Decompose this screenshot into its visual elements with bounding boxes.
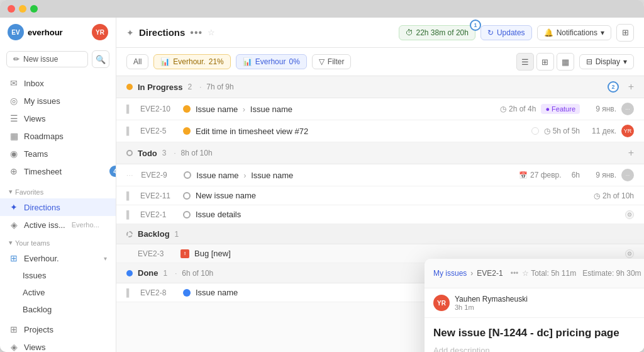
display-chevron-icon: ▾ [623, 57, 627, 66]
header-left: ✦ Directions ••• ☆ [126, 27, 394, 38]
gear-icon: ⚙ [625, 210, 634, 219]
issue-title: New issue name [196, 191, 589, 200]
app-window: EV everhour YR ✏ New issue 🔍 ✉ Inbo [0, 0, 644, 352]
issue-time-group: 📅 27 февр. [519, 171, 562, 179]
updates-label: Updates [497, 28, 525, 37]
sidebar-item-directions[interactable]: ✦ Directions [0, 198, 116, 216]
group-in-progress[interactable]: In Progress 2 · 7h of 9h + 2 [116, 76, 644, 98]
group-add-button[interactable]: + [628, 147, 634, 159]
sidebar-item-timesheet[interactable]: ⊕ Timesheet 4 [0, 162, 116, 180]
everhour-team-label: Everhour. [24, 254, 59, 263]
sidebar-item-label: Views [24, 343, 45, 352]
group-todo[interactable]: Todo 3 · 8h of 10h + [116, 142, 644, 164]
popup-description[interactable]: Add description... [433, 346, 644, 352]
issue-title: Bug [new] [194, 249, 620, 258]
group-time-sep: · [199, 83, 201, 91]
sidebar-item-roadmaps[interactable]: ▦ Roadmaps [0, 127, 116, 145]
group-add-button[interactable]: + [628, 81, 634, 93]
grid-view-button[interactable]: ⊞ [536, 53, 554, 71]
sidebar-item-active-issues[interactable]: ◈ Active iss... Everhо... [0, 216, 116, 234]
date-value: 27 февр. [530, 171, 562, 179]
issue-title: Issue name › Issue name [196, 105, 495, 114]
new-issue-row: ✏ New issue 🔍 [0, 47, 116, 72]
sidebar-item-teams[interactable]: ◉ Teams [0, 145, 116, 162]
filter-button[interactable]: ▽ Filter [312, 54, 352, 69]
issue-date: 9 янв. [585, 105, 616, 113]
popup-content: New issue [N-1244 - dc] pricing page Add… [425, 318, 644, 352]
main-header: ✦ Directions ••• ☆ ⏱ 22h 38m of 20h 1 ↻ … [116, 18, 644, 48]
issue-id: EVE2-10 [140, 105, 178, 113]
status-icon-todo [184, 171, 191, 179]
group-name: In Progress [138, 82, 183, 92]
view-icon-group: ☰ ⊞ ▦ [516, 53, 574, 71]
display-label: Display [596, 57, 620, 66]
group-count: 1 [164, 269, 168, 278]
popup-dots-button[interactable]: ••• [511, 269, 519, 278]
everhour-0-pct: 0% [289, 57, 299, 66]
sidebar-item-label: Active iss... [24, 220, 65, 230]
sidebar-item-projects[interactable]: ⊞ Projects [0, 321, 116, 338]
board-view-button[interactable]: ▦ [557, 53, 574, 71]
issue-row-eve2-9[interactable]: ··· EVE2-9 Issue name › Issue name 📅 27 … [116, 164, 644, 186]
search-icon: 🔍 [96, 55, 106, 64]
sidebar-item-backlog[interactable]: Backlog [0, 301, 116, 318]
everhour-21-label: Everhour. [173, 57, 205, 66]
popup-star-icon[interactable]: ☆ [522, 269, 529, 278]
search-button[interactable]: 🔍 [92, 50, 109, 68]
maximize-button[interactable] [30, 5, 38, 13]
issue-assignee-avatar: ··· [621, 103, 634, 115]
panel-toggle-button[interactable]: ⊞ [616, 24, 634, 42]
group-backlog[interactable]: Backlog 1 [116, 224, 644, 244]
all-filter-button[interactable]: All [126, 54, 148, 69]
issue-row-eve2-1[interactable]: ▌ EVE2-1 Issue details ⚙ [116, 205, 644, 224]
bar-chart-icon: ▌ [126, 127, 135, 135]
sidebar-item-my-issues[interactable]: ◎ My issues [0, 92, 116, 110]
header-more-button[interactable]: ••• [190, 27, 203, 38]
sidebar-item-label: Teams [24, 149, 48, 159]
sidebar: EV everhour YR ✏ New issue 🔍 ✉ Inbo [0, 18, 116, 352]
my-issues-icon: ◎ [9, 96, 19, 106]
user-avatar[interactable]: YR [92, 24, 108, 40]
display-button[interactable]: ⊟ Display ▾ [579, 54, 634, 69]
workspace-avatar: EV [8, 24, 24, 40]
group-time: 8h of 10h [181, 149, 213, 157]
status-dot-backlog [126, 231, 133, 237]
popup-my-issues-link[interactable]: My issues [433, 269, 467, 278]
notifications-label: Notifications [557, 28, 597, 37]
close-button[interactable] [8, 5, 15, 13]
time-budget-badge[interactable]: ⏱ 22h 38m of 20h 1 [399, 25, 475, 40]
issue-time: ◷ 2h of 10h [594, 191, 634, 200]
everhour-team-icon: ⊞ [9, 253, 19, 263]
popup-breadcrumb: My issues › EVE2-1 ••• ☆ [433, 269, 529, 278]
list-view-button[interactable]: ☰ [516, 53, 534, 71]
sidebar-item-active[interactable]: Active [0, 284, 116, 301]
team-expand-arrow: ▾ [104, 255, 107, 262]
sidebar-item-issues[interactable]: Issues [0, 267, 116, 284]
everhour-0-icon: 📊 [243, 57, 252, 66]
everhour-0-filter[interactable]: 📊 Everhour 0% [236, 54, 307, 69]
issue-title: Issue name › Issue name [196, 171, 514, 180]
time-value: 5h of 5h [553, 127, 580, 135]
sidebar-item-inbox[interactable]: ✉ Inbox [0, 74, 116, 92]
sidebar-item-views-bottom[interactable]: ◈ Views [0, 338, 116, 352]
notifications-button[interactable]: 🔔 Notifications ▾ [537, 25, 611, 40]
popup-user-avatar: YR [433, 295, 450, 311]
status-icon-done [183, 289, 191, 297]
everhour-0-label: Everhour [255, 57, 286, 66]
everhour-21-filter[interactable]: 📊 Everhour. 21% [153, 54, 230, 69]
minimize-button[interactable] [19, 5, 26, 13]
favorite-star-icon[interactable]: ☆ [208, 28, 215, 37]
issue-row-eve2-11[interactable]: ▌ EVE2-11 New issue name ◷ 2h of 10h [116, 186, 644, 205]
sidebar-item-everhour-team[interactable]: ⊞ Everhour. ▾ [0, 249, 116, 267]
bug-priority-icon: ! [180, 249, 189, 258]
issue-row-eve2-5[interactable]: ▌ EVE2-5 Edit time in timesheet view #72… [116, 120, 644, 142]
roadmaps-icon: ▦ [9, 131, 19, 141]
issue-empty-circle [531, 127, 539, 135]
everhour-21-pct: 21% [209, 57, 224, 66]
new-issue-button[interactable]: ✏ New issue [6, 51, 88, 67]
issue-row-eve2-10[interactable]: ▌ EVE2-10 Issue name › Issue name ◷ 2h o… [116, 98, 644, 120]
popup-user-time: 3h 1m [455, 304, 528, 311]
sidebar-item-views[interactable]: ☰ Views [0, 110, 116, 127]
time-circle-icon: ◷ [500, 105, 506, 113]
updates-button[interactable]: ↻ Updates [480, 25, 532, 40]
